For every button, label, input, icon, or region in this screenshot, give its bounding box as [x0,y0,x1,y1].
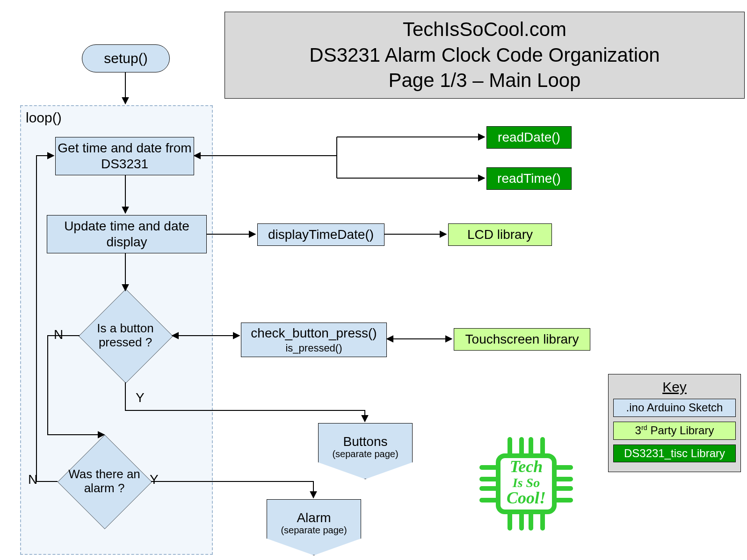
label-alarm-sub: (separate page) [281,525,347,535]
title-box: TechIsSoCool.com DS3231 Alarm Clock Code… [225,12,745,99]
node-read-time: readTime() [486,167,572,190]
label-is-button: Is a button pressed ? [79,322,172,350]
label-was-alarm: Was there an alarm ? [58,467,151,495]
loop-label: loop() [26,110,62,126]
node-lcd-lib: LCD library [448,223,552,246]
key-ino: .ino Arduino Sketch [613,399,736,417]
key-title: Key [613,379,736,395]
node-get-time: Get time and date from DS3231 [55,137,194,175]
label-buttons: Buttons [343,435,388,449]
title-line2: DS3231 Alarm Clock Code Organization [309,44,660,66]
key-3rd-post: Party Library [647,424,714,437]
node-setup: setup() [82,44,170,72]
logo-line3: Cool! [500,489,552,507]
logo-line2: Is So [500,476,552,489]
title-line1: TechIsSoCool.com [403,18,566,40]
label-read-date: readDate() [498,130,560,145]
key-box: Key .ino Arduino Sketch 3rd Party Librar… [608,374,741,472]
label-lcd-lib: LCD library [467,227,533,242]
node-display-time-date: displayTimeDate() [257,223,384,246]
node-check-button: check_button_press() is_pressed() [241,323,387,357]
key-ds3231: DS3231_tisc Library [613,445,736,463]
label-check-button: check_button_press() [251,325,377,341]
label-read-time: readTime() [497,171,561,186]
node-read-date: readDate() [486,126,572,149]
label-get-time: Get time and date from DS3231 [56,140,194,172]
logo-line1: Tech [500,458,552,476]
key-3rd-sup: rd [641,424,647,431]
label-y-button: Y [136,390,145,405]
node-was-alarm: Was there an alarm ? [58,435,151,528]
label-touch-lib: Touchscreen library [465,332,579,347]
key-thirdparty: 3rd Party Library [613,422,736,440]
node-alarm-page: Alarm (separate page) [267,499,361,555]
node-buttons-page: Buttons (separate page) [318,423,413,479]
node-is-button: Is a button pressed ? [79,289,172,382]
label-setup: setup() [104,50,147,66]
title-line3: Page 1/3 – Main Loop [389,69,581,91]
key-ino-text: .ino Arduino Sketch [626,401,723,414]
label-n-button: N [54,327,63,342]
node-update-display: Update time and date display [47,215,207,253]
label-buttons-sub: (separate page) [332,449,398,459]
label-n-alarm: N [28,472,37,487]
key-ds3231-text: DS3231_tisc Library [624,447,725,459]
label-display-time-date: displayTimeDate() [268,227,374,243]
node-touch-lib: Touchscreen library [454,328,590,351]
label-update-display: Update time and date display [47,218,206,250]
key-3rd-pre: 3 [635,424,641,437]
logo-text: Tech Is So Cool! [500,458,552,507]
label-alarm: Alarm [297,511,331,525]
label-is-pressed: is_pressed() [285,342,342,354]
